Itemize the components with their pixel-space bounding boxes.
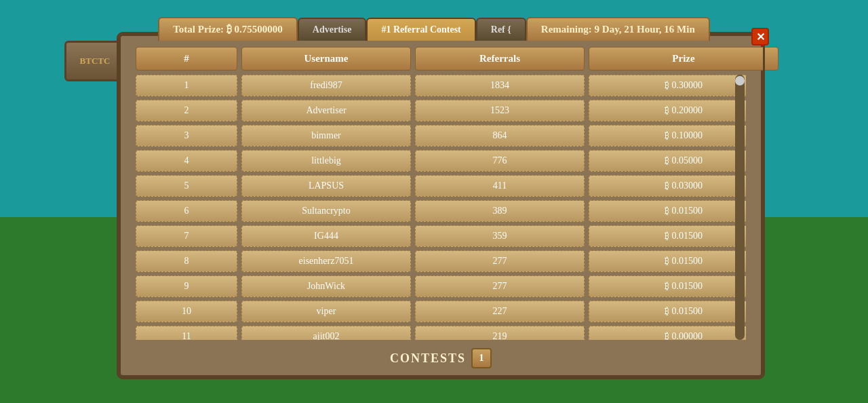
sign-text: BTCTC <box>80 56 111 66</box>
cell-rank-10: 10 <box>136 301 237 322</box>
cell-rank-9: 9 <box>136 275 237 297</box>
top-nav: Total Prize: ₿ 0.75500000 Advertise #1 R… <box>0 0 868 41</box>
ref-tab[interactable]: Ref { <box>476 18 526 41</box>
cell-rank-3: 3 <box>136 125 237 147</box>
cell-username-4: littlebig <box>241 150 411 172</box>
cell-prize-7: ₿ 0.01500 <box>589 225 746 247</box>
advertise-label: Advertise <box>313 24 352 35</box>
cell-prize-11: ₿ 0.00000 <box>589 326 746 340</box>
scrollbar-track[interactable] <box>735 75 745 340</box>
cell-prize-5: ₿ 0.03000 <box>589 175 746 197</box>
scrollbar-thumb[interactable] <box>735 76 745 85</box>
cell-referrals-11: 219 <box>415 326 585 340</box>
remaining-label: Remaining: 9 Day, 21 Hour, 16 Min <box>541 24 695 35</box>
cell-username-8: eisenherz7051 <box>241 250 411 272</box>
page-1-label: 1 <box>479 353 484 364</box>
table-body: 1fredi9871834₿ 0.300002Advertiser1523₿ 0… <box>136 75 746 340</box>
contest-tab-active[interactable]: #1 Referral Contest <box>366 18 475 41</box>
cell-referrals-2: 1523 <box>415 100 585 121</box>
cell-username-11: ajit002 <box>241 326 411 340</box>
table-row: 6Sultancrypto389₿ 0.01500 <box>136 200 746 222</box>
cell-rank-5: 5 <box>136 175 237 197</box>
contests-label: CONTESTS <box>390 351 466 366</box>
cell-prize-6: ₿ 0.01500 <box>589 200 746 222</box>
cell-prize-3: ₿ 0.10000 <box>589 125 746 147</box>
cell-username-9: JohnWick <box>241 275 411 297</box>
col-header-prize: Prize <box>589 47 778 71</box>
cell-referrals-6: 389 <box>415 200 585 222</box>
cell-rank-2: 2 <box>136 100 237 121</box>
table-row: 8eisenherz7051277₿ 0.01500 <box>136 250 746 272</box>
col-header-referrals: Referrals <box>415 47 585 71</box>
col-header-username: Username <box>241 47 411 71</box>
cell-rank-7: 7 <box>136 225 237 247</box>
table-row: 1fredi9871834₿ 0.30000 <box>136 75 746 96</box>
contest-title: #1 Referral Contest <box>381 24 460 35</box>
cell-referrals-8: 277 <box>415 250 585 272</box>
table-row: 5LAPSUS411₿ 0.03000 <box>136 175 746 197</box>
table-row: 11ajit002219₿ 0.00000 <box>136 326 746 340</box>
table-row: 10viper227₿ 0.01500 <box>136 301 746 322</box>
cell-username-10: viper <box>241 301 411 322</box>
pagination: CONTESTS 1 <box>136 348 746 368</box>
cell-referrals-4: 776 <box>415 150 585 172</box>
cell-prize-9: ₿ 0.01500 <box>589 275 746 297</box>
total-prize-label: Total Prize: ₿ 0.75500000 <box>173 24 283 35</box>
cell-username-6: Sultancrypto <box>241 200 411 222</box>
cell-prize-1: ₿ 0.30000 <box>589 75 746 96</box>
cell-rank-8: 8 <box>136 250 237 272</box>
table-header: # Username Referrals Prize <box>136 47 746 71</box>
cell-rank-4: 4 <box>136 150 237 172</box>
cell-referrals-3: 864 <box>415 125 585 147</box>
cell-prize-2: ₿ 0.20000 <box>589 100 746 121</box>
cell-username-2: Advertiser <box>241 100 411 121</box>
cell-referrals-7: 359 <box>415 225 585 247</box>
cell-referrals-10: 227 <box>415 301 585 322</box>
ref-label: Ref { <box>491 24 511 35</box>
cell-rank-11: 11 <box>136 326 237 340</box>
cell-referrals-1: 1834 <box>415 75 585 96</box>
left-sign: BTCTC <box>64 41 125 81</box>
remaining-tab: Remaining: 9 Day, 21 Hour, 16 Min <box>526 17 710 41</box>
table-row: 4littlebig776₿ 0.05000 <box>136 150 746 172</box>
cell-prize-8: ₿ 0.01500 <box>589 250 746 272</box>
table-row: 9JohnWick277₿ 0.01500 <box>136 275 746 297</box>
cell-prize-10: ₿ 0.01500 <box>589 301 746 322</box>
advertise-tab[interactable]: Advertise <box>298 18 367 41</box>
table-row: 2Advertiser1523₿ 0.20000 <box>136 100 746 121</box>
cell-username-5: LAPSUS <box>241 175 411 197</box>
cell-username-7: IG444 <box>241 225 411 247</box>
cell-referrals-9: 277 <box>415 275 585 297</box>
table-row: 3bimmer864₿ 0.10000 <box>136 125 746 147</box>
page-1-button[interactable]: 1 <box>471 348 492 368</box>
table-scroll-area[interactable]: 1fredi9871834₿ 0.300002Advertiser1523₿ 0… <box>136 75 746 340</box>
cell-username-3: bimmer <box>241 125 411 147</box>
modal: ✕ # Username Referrals Prize 1fredi98718… <box>119 34 763 377</box>
col-header-rank: # <box>136 47 237 71</box>
cell-rank-1: 1 <box>136 75 237 96</box>
cell-referrals-5: 411 <box>415 175 585 197</box>
total-prize-tab[interactable]: Total Prize: ₿ 0.75500000 <box>158 17 298 41</box>
table-row: 7IG444359₿ 0.01500 <box>136 225 746 247</box>
cell-rank-6: 6 <box>136 200 237 222</box>
cell-prize-4: ₿ 0.05000 <box>589 150 746 172</box>
cell-username-1: fredi987 <box>241 75 411 96</box>
